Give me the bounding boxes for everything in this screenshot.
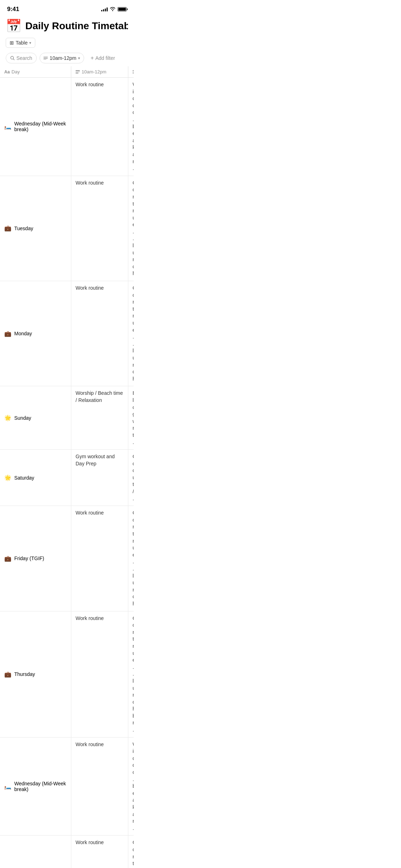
col-lines-icon-2	[133, 70, 134, 73]
table-row[interactable]: 🛏️ Wednesday (Mid-Week break) Work routi…	[0, 738, 134, 836]
signal-icon	[101, 7, 108, 11]
day-emoji: 💼	[4, 330, 11, 337]
battery-icon	[118, 7, 127, 11]
header-day: Aa Day	[0, 66, 71, 77]
table-row[interactable]: 💼 Tuesday Work routine Continue... lunch	[0, 176, 134, 281]
filter-lines-icon	[43, 57, 48, 60]
search-icon	[10, 56, 15, 60]
table-row[interactable]: 💼 Monday Work routine Continue... lunch	[0, 281, 134, 386]
day-emoji: 🌟	[4, 414, 11, 421]
table-row[interactable]: 💼 Thursday Work routine Continue... lunc…	[0, 611, 134, 738]
day-cell: 🌟 Saturday	[0, 450, 71, 506]
col-2pm-cell: Continue... lunch	[128, 281, 134, 386]
col-10am-cell: Work routine	[71, 506, 128, 611]
day-cell: 🌟 Sunday	[0, 386, 71, 449]
status-time: 9:41	[7, 6, 19, 13]
add-filter-label: Add filter	[95, 55, 115, 61]
day-cell: 🛏️ Wednesday (Mid-Week break)	[0, 78, 71, 176]
table-row[interactable]: 🌟 Sunday Worship / Beach time / Relaxati…	[0, 386, 134, 450]
day-cell: 💼 Tuesday	[0, 836, 71, 868]
header-10am-label: 10am-12pm	[82, 69, 106, 74]
svg-line-1	[14, 59, 15, 60]
status-icons	[101, 7, 127, 12]
col-2pm-cell: Blog writ...	[128, 386, 134, 449]
status-bar: 9:41	[0, 0, 134, 16]
col-2pm-cell: Continue... lunch	[128, 836, 134, 868]
table-label: Table	[16, 40, 27, 46]
day-label: Friday (TGIF)	[14, 556, 44, 561]
wifi-icon	[110, 7, 115, 12]
add-icon: +	[91, 55, 94, 61]
day-label: Tuesday	[14, 226, 33, 231]
day-cell: 💼 Friday (TGIF)	[0, 506, 71, 611]
col-10am-cell: Worship / Beach time / Relaxation	[71, 386, 128, 449]
time-filter-dropdown-icon: ▾	[78, 56, 80, 61]
header-day-label: Day	[11, 69, 20, 74]
col-2pm-cell: Go out /...	[128, 450, 134, 506]
col-10am-cell: Work routine	[71, 176, 128, 281]
search-button[interactable]: Search	[6, 53, 37, 63]
day-emoji: 💼	[4, 225, 11, 232]
col-10am-cell: Gym workout and Day Prep	[71, 450, 128, 506]
table-row[interactable]: 🌟 Saturday Gym workout and Day Prep Go o…	[0, 450, 134, 506]
table-row[interactable]: 💼 Tuesday Work routine Continue... lunch	[0, 836, 134, 868]
toolbar: ⊞ Table ▾	[0, 35, 134, 51]
col-10am-cell: Work routine	[71, 611, 128, 737]
page-icon: 📅	[6, 19, 22, 33]
col-2pm-cell: Continue... lunch	[128, 176, 134, 281]
day-emoji: 💼	[4, 671, 11, 678]
search-label: Search	[16, 55, 32, 61]
table-header: Aa Day 10am-12pm 2pm	[0, 66, 134, 78]
col-lines-icon-1	[76, 70, 80, 73]
time-filter-label: 10am-12pm	[50, 55, 76, 61]
data-table: Aa Day 10am-12pm 2pm 🛏️ Wednesday (Mid-W…	[0, 66, 134, 868]
add-filter-button[interactable]: + Add filter	[87, 53, 119, 63]
day-emoji: 🛏️	[4, 123, 11, 130]
svg-point-0	[11, 56, 14, 59]
day-cell: 🛏️ Wednesday (Mid-Week break)	[0, 738, 71, 836]
time-filter-button[interactable]: 10am-12pm ▾	[40, 53, 84, 63]
col-10am-cell: Work routine	[71, 78, 128, 176]
day-emoji: 🌟	[4, 474, 11, 481]
header-2pm: 2pm	[128, 66, 134, 77]
day-emoji: 🛏️	[4, 783, 11, 790]
col-2pm-cell: Wind do... break an...	[128, 738, 134, 836]
page-title: Daily Routine Timetable Template	[25, 20, 128, 32]
filter-bar: Search 10am-12pm ▾ + Add filter	[0, 51, 134, 66]
day-cell: 💼 Monday	[0, 281, 71, 386]
day-label: Thursday	[14, 671, 35, 677]
day-label: Wednesday (Mid-Week break)	[14, 781, 67, 792]
col-10am-cell: Work routine	[71, 738, 128, 836]
table-icon: ⊞	[10, 40, 14, 46]
day-label: Sunday	[14, 415, 31, 421]
page-header: 📅 Daily Routine Timetable Template	[0, 16, 134, 35]
col-2pm-cell: Wind do... break an...	[128, 78, 134, 176]
day-label: Monday	[14, 331, 32, 336]
day-label: Saturday	[14, 475, 34, 481]
col-10am-cell: Work routine	[71, 281, 128, 386]
day-cell: 💼 Thursday	[0, 611, 71, 737]
day-cell: 💼 Tuesday	[0, 176, 71, 281]
table-view-button[interactable]: ⊞ Table ▾	[6, 38, 35, 48]
col-10am-cell: Work routine	[71, 836, 128, 868]
day-label: Wednesday (Mid-Week break)	[14, 121, 67, 132]
day-emoji: 💼	[4, 555, 11, 562]
header-10am: 10am-12pm	[71, 66, 128, 77]
table-row[interactable]: 🛏️ Wednesday (Mid-Week break) Work routi…	[0, 78, 134, 176]
table-body: 🛏️ Wednesday (Mid-Week break) Work routi…	[0, 78, 134, 868]
col-2pm-cell: Continue... lunch br...	[128, 611, 134, 737]
col-2pm-cell: Continue... lunch	[128, 506, 134, 611]
aa-icon: Aa	[4, 69, 10, 74]
dropdown-icon: ▾	[29, 41, 31, 45]
table-row[interactable]: 💼 Friday (TGIF) Work routine Continue...…	[0, 506, 134, 611]
